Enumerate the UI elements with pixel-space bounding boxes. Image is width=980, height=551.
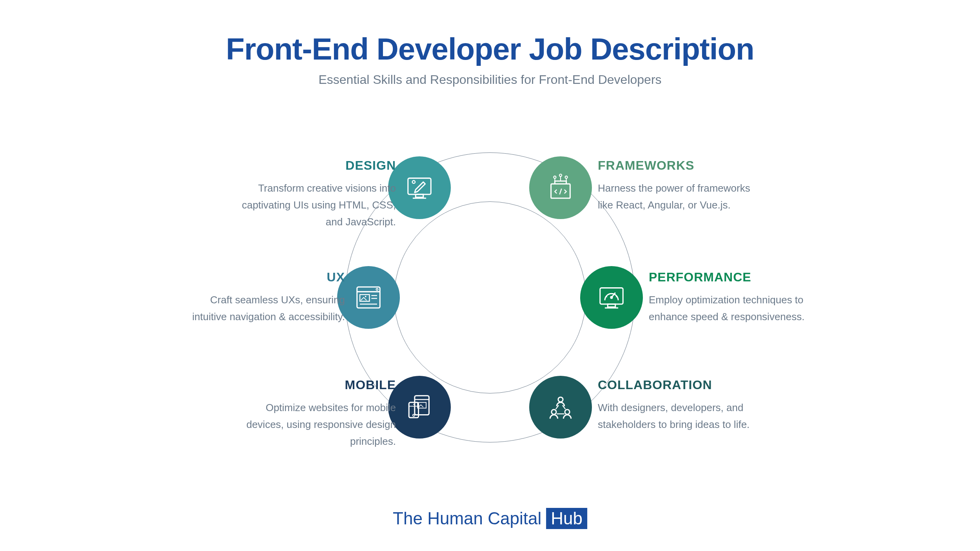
- inner-ring: [394, 201, 586, 393]
- block-title-collaboration: COLLABORATION: [598, 378, 766, 392]
- block-desc-design: Transform creative visions into captivat…: [227, 180, 396, 230]
- mobile-tablet-icon: [404, 392, 435, 422]
- gauge-monitor-icon: [596, 282, 627, 313]
- page-title: Front-End Developer Job Description: [0, 31, 980, 67]
- block-title-design: DESIGN: [227, 158, 396, 173]
- block-collaboration: COLLABORATIONWith designers, developers,…: [598, 378, 766, 433]
- code-toolbox-icon: [545, 172, 576, 203]
- block-performance: PERFORMANCEEmploy optimization technique…: [649, 270, 817, 325]
- node-frameworks: [529, 156, 592, 219]
- people-network-icon: [545, 392, 576, 422]
- node-collaboration: [529, 376, 592, 439]
- block-frameworks: FRAMEWORKSHarness the power of framework…: [598, 158, 766, 214]
- page-subtitle: Essential Skills and Responsibilities fo…: [0, 72, 980, 87]
- block-design: DESIGNTransform creative visions into ca…: [227, 158, 396, 230]
- block-desc-collaboration: With designers, developers, and stakehol…: [598, 399, 766, 433]
- footer-logo: The Human Capital Hub: [393, 508, 587, 529]
- block-desc-performance: Employ optimization techniques to enhanc…: [649, 292, 817, 325]
- node-performance: [580, 266, 643, 329]
- block-desc-ux: Craft seamless UXs, ensuring intuitive n…: [176, 292, 345, 325]
- header: Front-End Developer Job Description Esse…: [0, 0, 980, 87]
- block-title-ux: UX: [176, 270, 345, 285]
- footer-suffix: Hub: [546, 508, 587, 529]
- block-ux: UXCraft seamless UXs, ensuring intuitive…: [176, 270, 345, 325]
- block-desc-frameworks: Harness the power of frameworks like Rea…: [598, 180, 766, 214]
- block-title-mobile: MOBILE: [227, 378, 396, 392]
- design-monitor-icon: [404, 172, 435, 203]
- block-title-performance: PERFORMANCE: [649, 270, 817, 285]
- footer-prefix: The Human Capital: [393, 509, 541, 528]
- node-design: [388, 156, 451, 219]
- browser-layout-icon: [353, 282, 384, 313]
- node-ux: [337, 266, 400, 329]
- block-mobile: MOBILEOptimize websites for mobile devic…: [227, 378, 396, 450]
- node-mobile: [388, 376, 451, 439]
- block-title-frameworks: FRAMEWORKS: [598, 158, 766, 173]
- circular-diagram: DESIGNTransform creative visions into ca…: [137, 137, 843, 458]
- block-desc-mobile: Optimize websites for mobile devices, us…: [227, 399, 396, 450]
